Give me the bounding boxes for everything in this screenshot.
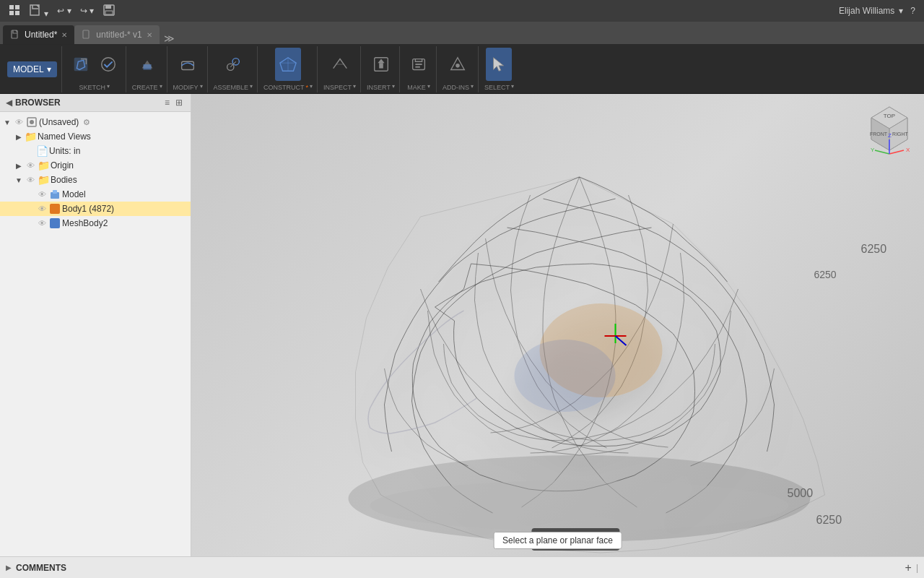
select-button[interactable]: [486, 48, 512, 81]
sketch-finish-button[interactable]: [95, 48, 121, 81]
construct-button[interactable]: [275, 48, 301, 81]
insert-group-label: INSERT: [367, 84, 391, 91]
addins-button[interactable]: [445, 48, 471, 81]
sidebar-header: ◀ BROWSER ≡ ⊞: [0, 94, 191, 112]
insert-button[interactable]: [368, 48, 394, 81]
tree-label-named-views: Named Views: [38, 131, 91, 142]
svg-rect-27: [415, 66, 420, 67]
select-icon: [489, 55, 508, 74]
component-icon-root: [26, 116, 38, 128]
select-group-label: SELECT: [484, 84, 510, 91]
dim-label-4: 6250: [816, 514, 842, 526]
svg-point-31: [30, 120, 34, 124]
svg-point-28: [456, 64, 461, 68]
tab-untitled-v1[interactable]: untitled-* v1 ✕: [74, 25, 159, 44]
inspect-group-label: INSPECT: [323, 84, 352, 91]
sketch-create-button[interactable]: [68, 48, 94, 81]
toolbar-group-modify: MODIFY ▾: [169, 46, 208, 92]
svg-point-13: [101, 57, 115, 71]
tree-arrow-bodies: ▼: [14, 176, 23, 184]
viewport[interactable]: TOP RIGHT FRONT X Y Z: [191, 94, 924, 556]
toolbar: MODEL ▾: [0, 45, 924, 94]
tree-item-model[interactable]: 👁 Model: [0, 187, 191, 202]
toolbar-group-select: SELECT ▾: [480, 46, 518, 92]
svg-rect-26: [415, 64, 422, 65]
insert-icon: [372, 55, 391, 74]
eye-icon-root: 👁: [13, 116, 25, 128]
model-body-icon: [49, 189, 61, 200]
sidebar-expand-button[interactable]: ⊞: [173, 97, 185, 108]
sidebar-title: BROWSER: [15, 98, 160, 108]
sketch-finish-icon: [99, 55, 118, 74]
highlight-cool: [515, 340, 616, 412]
eye-icon-meshbody2: 👁: [36, 217, 48, 229]
save-button[interactable]: [100, 2, 118, 20]
sketch-group-label: SKETCH: [79, 84, 105, 91]
addins-icon: [448, 55, 467, 74]
inspect-icon: [331, 55, 349, 74]
tree-arrow-origin: ▶: [14, 162, 23, 170]
app-grid-button[interactable]: [6, 3, 23, 20]
tree-item-body1[interactable]: 👁 Body1 (4872): [0, 202, 191, 216]
comments-bar: ▶ COMMENTS + |: [0, 556, 924, 578]
tree-item-origin[interactable]: ▶ 👁 📁 Origin: [0, 158, 191, 173]
toolbar-group-make: MAKE ▾: [401, 46, 437, 92]
redo-button[interactable]: ↪ ▾: [77, 4, 97, 17]
tree-label-units: Units: in: [49, 146, 80, 156]
assemble-button[interactable]: [220, 48, 246, 81]
tab-close-2[interactable]: ✕: [147, 31, 152, 39]
undo-button[interactable]: ↩ ▾: [54, 4, 74, 17]
create-button[interactable]: [134, 48, 160, 81]
make-button[interactable]: [406, 48, 432, 81]
toolbar-group-inspect: INSPECT ▾: [319, 46, 361, 92]
create-group-label: CREATE: [132, 84, 158, 91]
tree-label-model: Model: [62, 189, 86, 199]
folder-icon-bodies: 📁: [38, 174, 49, 186]
modify-button[interactable]: [175, 48, 201, 81]
inspect-button[interactable]: [327, 48, 353, 81]
svg-rect-7: [105, 5, 111, 9]
tree-label-meshbody2: MeshBody2: [62, 218, 108, 228]
sidebar-collapse-button[interactable]: ◀: [6, 98, 12, 108]
toolbar-group-assemble: ASSEMBLE ▾: [209, 46, 258, 92]
svg-rect-24: [379, 63, 383, 68]
comments-expand-icon[interactable]: ▶: [6, 564, 12, 571]
file-menu-button[interactable]: ▾: [26, 2, 51, 20]
eye-icon-bodies: 👁: [25, 174, 36, 186]
tab-overflow-button[interactable]: ≫: [160, 33, 179, 44]
tab-label-1: Untitled*: [25, 30, 57, 40]
comments-add-button[interactable]: +: [905, 561, 912, 574]
assemble-icon: [224, 55, 243, 74]
main-area: ◀ BROWSER ≡ ⊞ ▼ 👁 (Unsaved) ⚙: [0, 94, 924, 556]
svg-marker-23: [378, 59, 384, 63]
model-dropdown-button[interactable]: MODEL ▾: [7, 61, 57, 77]
svg-rect-14: [143, 64, 151, 69]
eye-icon-body1: 👁: [36, 203, 48, 215]
dim-label-1: 6250: [861, 243, 887, 255]
create-icon: [138, 55, 157, 74]
tree-item-root[interactable]: ▼ 👁 (Unsaved) ⚙: [0, 115, 191, 129]
toolbar-group-create: CREATE ▾: [128, 46, 167, 92]
sidebar-options-button[interactable]: ≡: [162, 97, 172, 108]
user-area: Elijah Williams ▾ ?: [839, 4, 918, 17]
app-menu: ▾ ↩ ▾ ↪ ▾: [6, 2, 118, 20]
tab-close-1[interactable]: ✕: [61, 31, 67, 39]
tree-item-meshbody2[interactable]: 👁 MeshBody2: [0, 216, 191, 230]
svg-rect-33: [53, 190, 57, 194]
status-tooltip: Select a plane or planar face: [493, 532, 622, 549]
tree-label-bodies: Bodies: [51, 175, 77, 185]
eye-icon-origin: 👁: [25, 160, 36, 171]
make-group-label: MAKE: [407, 84, 426, 91]
help-button[interactable]: ?: [907, 4, 918, 17]
sidebar-content: ▼ 👁 (Unsaved) ⚙ ▶ 📁 Named Views: [0, 112, 191, 556]
svg-rect-3: [15, 11, 19, 15]
tab-untitled[interactable]: Untitled* ✕: [3, 25, 74, 44]
tree-item-named-views[interactable]: ▶ 📁 Named Views: [0, 129, 191, 144]
tree-item-bodies[interactable]: ▼ 👁 📁 Bodies: [0, 173, 191, 187]
toolbar-group-model: MODEL ▾: [3, 46, 62, 92]
svg-rect-11: [83, 30, 89, 38]
construct-icon: [279, 55, 297, 74]
title-bar: ▾ ↩ ▾ ↪ ▾ Elijah Williams ▾ ?: [0, 0, 924, 22]
dim-label-3: 5000: [788, 487, 814, 499]
tab-label-2: untitled-* v1: [96, 30, 141, 40]
